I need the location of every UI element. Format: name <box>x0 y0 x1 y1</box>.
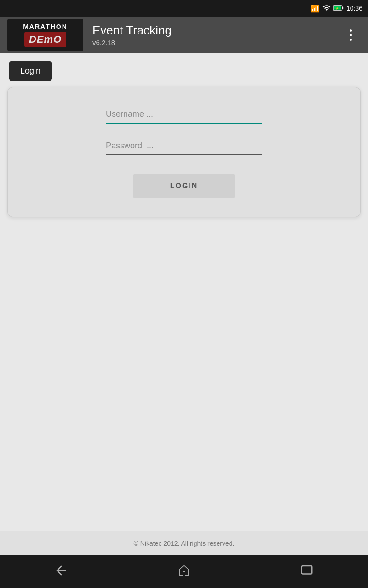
password-input[interactable] <box>106 137 262 155</box>
logo-marathon-text: MARATHON <box>23 23 68 30</box>
signal-icon <box>322 4 331 13</box>
copyright-text: © Nikatec 2012. All rights reserved. <box>134 540 235 547</box>
wifi-icon: 📶 <box>310 4 320 13</box>
app-header: MARATHON DEmO Event Tracking v6.2.18 <box>0 17 368 53</box>
menu-dot-2 <box>350 34 352 36</box>
status-bar: 📶 ⚡ 10:36 <box>0 0 368 17</box>
more-options-button[interactable] <box>340 25 361 45</box>
logo-demo-text: DEmO <box>29 34 62 45</box>
home-button[interactable] <box>166 558 202 585</box>
login-fab-button[interactable]: Login <box>9 61 52 81</box>
svg-text:⚡: ⚡ <box>335 6 339 10</box>
username-input[interactable] <box>106 106 262 124</box>
back-icon <box>54 563 69 580</box>
logo-demo-box: DEmO <box>24 32 66 47</box>
svg-rect-4 <box>301 566 312 574</box>
svg-rect-1 <box>342 6 344 9</box>
login-button[interactable]: LOGIN <box>133 174 235 198</box>
status-icons: 📶 ⚡ 10:36 <box>310 4 362 13</box>
main-content: Login LOGIN <box>0 53 368 531</box>
app-logo: MARATHON DEmO <box>7 19 83 51</box>
footer-bar: © Nikatec 2012. All rights reserved. <box>0 531 368 555</box>
recents-button[interactable] <box>288 558 325 585</box>
recents-icon <box>300 564 314 579</box>
battery-icon: ⚡ <box>334 5 344 12</box>
home-icon <box>177 563 191 580</box>
app-version: v6.2.18 <box>92 39 340 46</box>
app-title: Event Tracking <box>92 23 340 38</box>
back-button[interactable] <box>43 558 80 585</box>
nav-bar <box>0 555 368 588</box>
menu-dot-3 <box>350 39 352 41</box>
login-card: LOGIN <box>7 87 361 217</box>
password-group <box>106 137 262 155</box>
menu-dot-1 <box>350 29 352 32</box>
username-group <box>106 106 262 124</box>
status-time: 10:36 <box>346 5 362 12</box>
header-title-area: Event Tracking v6.2.18 <box>83 23 340 46</box>
